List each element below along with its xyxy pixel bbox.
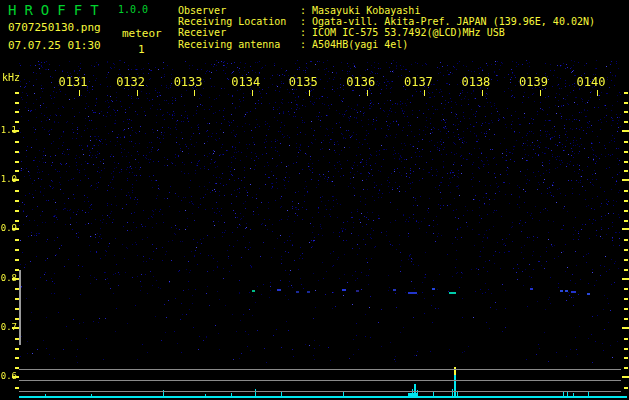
freq-tick-minor [15,249,19,251]
freq-tick-minor [624,111,628,113]
freq-tick-minor [624,259,628,261]
freq-tick-minor [15,338,19,340]
freq-tick-minor [15,387,19,389]
time-tick-label: 0140 [568,75,614,89]
meter-gridline [19,369,621,370]
freq-tick-minor [15,141,19,143]
freq-tick-minor [15,259,19,261]
freq-tick-major [622,130,629,132]
freq-tick-minor [624,102,628,104]
freq-tick-label: 0.6 [0,371,17,381]
info-value: : A504HB(yagi 4el) [300,39,408,50]
time-tick [309,90,310,96]
freq-tick-label: 1.1 [0,125,17,135]
info-row-observer: Observer: Masayuki Kobayashi [178,5,595,16]
hrofft-screen: HROFFT 1.0.0 0707250130.png meteor 07.07… [0,0,629,400]
freq-tick-major [622,376,629,378]
freq-tick-minor [624,288,628,290]
time-tick [194,90,195,96]
time-tick-label: 0134 [223,75,269,89]
freq-tick-minor [624,239,628,241]
freq-tick-minor [624,141,628,143]
freq-tick-minor [624,367,628,369]
time-tick [482,90,483,96]
freq-tick-minor [15,210,19,212]
freq-tick-minor [624,298,628,300]
time-tick-label: 0136 [338,75,384,89]
freq-tick-minor [15,348,19,350]
db-scale-bar [19,270,21,345]
freq-tick-minor [624,308,628,310]
info-row-location: Receiving Location: Ogata-vill. Akita-Pr… [178,16,595,27]
info-label: Receiving Location [178,16,300,27]
time-tick [367,90,368,96]
freq-tick-minor [15,308,19,310]
time-tick [540,90,541,96]
time-tick-label: 0138 [453,75,499,89]
freq-tick-minor [15,151,19,153]
freq-tick-minor [15,111,19,113]
info-value: : Masayuki Kobayashi [300,5,420,16]
freq-tick-minor [624,338,628,340]
info-value: : Ogata-vill. Akita-Pref. JAPAN (139.96E… [300,16,595,27]
app-version: 1.0.0 [118,4,148,15]
info-label: Receiver [178,27,300,38]
freq-tick-minor [15,200,19,202]
freq-tick-major [622,327,629,329]
spectrogram-canvas [19,60,621,363]
meter-gridline [19,380,621,381]
time-tick-label: 0135 [280,75,326,89]
time-tick [597,90,598,96]
time-tick-label: 0139 [511,75,557,89]
freq-tick-major [622,278,629,280]
freq-tick-minor [15,190,19,192]
time-tick [252,90,253,96]
time-tick-label: 0133 [165,75,211,89]
freq-tick-minor [624,121,628,123]
info-value: : ICOM IC-575 53.7492(@LCD)MHz USB [300,27,505,38]
info-label: Observer [178,5,300,16]
freq-tick-minor [624,249,628,251]
freq-tick-minor [15,318,19,320]
info-label: Receiving antenna [178,39,300,50]
app-title: HROFFT [8,2,107,18]
freq-tick-minor [624,170,628,172]
time-tick-label: 0132 [108,75,154,89]
freq-tick-label: 1.0 [0,174,17,184]
freq-tick-minor [15,269,19,271]
freq-tick-minor [15,220,19,222]
freq-tick-minor [15,170,19,172]
freq-tick-minor [624,357,628,359]
freq-tick-label: 0.8 [0,273,17,283]
freq-tick-major [622,228,629,230]
time-tick [424,90,425,96]
freq-tick-minor [624,318,628,320]
freq-tick-minor [15,239,19,241]
info-row-antenna: Receiving antenna: A504HB(yagi 4el) [178,39,595,50]
freq-tick-minor [15,161,19,163]
freq-tick-minor [624,161,628,163]
station-info-block: Observer: Masayuki Kobayashi Receiving L… [178,5,595,50]
freq-tick-minor [15,357,19,359]
freq-tick-minor [624,151,628,153]
freq-tick-label: 0.9 [0,223,17,233]
freq-tick-minor [15,92,19,94]
freq-unit-label: kHz [2,72,20,83]
freq-tick-minor [15,298,19,300]
observation-mode: meteor [122,27,162,40]
info-row-receiver: Receiver: ICOM IC-575 53.7492(@LCD)MHz U… [178,27,595,38]
freq-tick-minor [624,200,628,202]
freq-tick-minor [624,190,628,192]
freq-tick-label: 0.7 [0,322,17,332]
meter-gridline [19,391,621,392]
freq-tick-major [622,179,629,181]
freq-tick-minor [624,220,628,222]
freq-tick-minor [624,210,628,212]
freq-tick-minor [15,121,19,123]
freq-tick-minor [624,92,628,94]
time-tick [137,90,138,96]
output-filename: 0707250130.png [8,21,101,34]
freq-tick-minor [624,387,628,389]
observation-datetime: 07.07.25 01:30 [8,39,101,52]
freq-tick-minor [624,348,628,350]
